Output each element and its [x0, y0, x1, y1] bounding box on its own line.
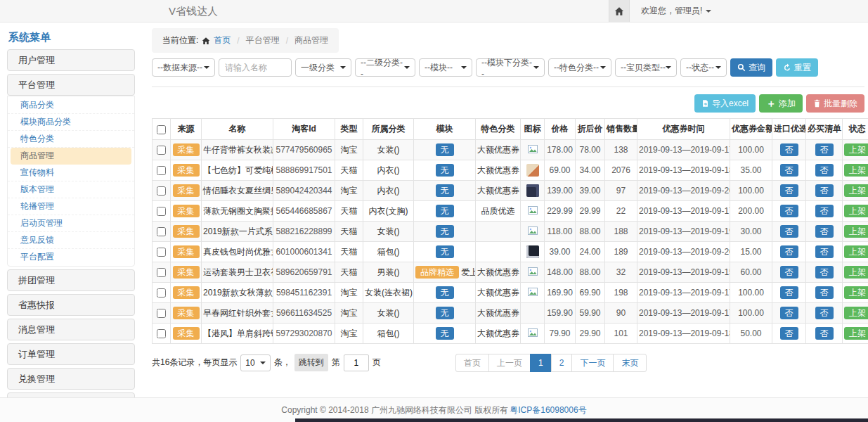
welcome-text: 欢迎您，管理员! [641, 5, 702, 17]
sidebar-section[interactable]: 省惠快报 [7, 294, 135, 316]
sidebar-section[interactable]: 结算管理 [7, 392, 135, 397]
cell-category: 内衣() [363, 160, 414, 181]
status-badge[interactable]: 上架 [844, 286, 868, 299]
cell-coupon-time: 2019-09-13—2019-09-20 [637, 181, 730, 201]
must-buy-badge[interactable]: 否 [815, 266, 834, 279]
row-checkbox[interactable] [157, 268, 166, 277]
import-excel-button[interactable]: 导入excel [694, 94, 756, 113]
import-select-badge[interactable]: 否 [780, 205, 798, 217]
cell-price: 159.90 [545, 303, 576, 324]
cell-coupon-time: 2019-09-13—2019-09-17 [637, 283, 730, 303]
import-select-badge[interactable]: 否 [780, 164, 798, 177]
status-badge[interactable]: 上架 [844, 327, 868, 340]
cell-module: 无 [414, 283, 476, 303]
source-badge: 采集 [173, 205, 200, 217]
sidebar-item[interactable]: 模块商品分类 [8, 114, 134, 131]
import-select-badge[interactable]: 否 [780, 286, 798, 299]
sidebar-section[interactable]: 平台管理 [7, 74, 135, 96]
import-select-badge[interactable]: 否 [780, 245, 798, 258]
import-select-badge[interactable]: 否 [780, 225, 798, 238]
cell-coupon-amount: 100.00 [730, 283, 772, 303]
page-button[interactable]: 首页 [455, 354, 489, 372]
row-checkbox[interactable] [157, 227, 166, 236]
sidebar-item[interactable]: 宣传物料 [8, 165, 134, 181]
user-menu[interactable]: 欢迎您，管理员! [630, 5, 711, 17]
cell-status: 上架 [843, 262, 868, 283]
status-badge[interactable]: 上架 [844, 307, 868, 319]
status-badge[interactable]: 上架 [844, 266, 868, 279]
must-buy-badge[interactable]: 否 [815, 205, 834, 217]
must-buy-badge[interactable]: 否 [815, 225, 834, 238]
select-all-checkbox[interactable] [157, 125, 166, 134]
sidebar-item[interactable]: 商品分类 [8, 97, 134, 114]
sidebar-section[interactable]: 用户管理 [7, 49, 135, 71]
must-buy-badge[interactable]: 否 [815, 245, 834, 258]
icp-link[interactable]: 粤ICP备16098006号 [510, 404, 586, 416]
must-buy-badge[interactable]: 否 [815, 327, 834, 340]
row-checkbox[interactable] [157, 146, 166, 155]
page-button[interactable]: 1 [530, 354, 552, 372]
jump-page-input[interactable] [344, 354, 369, 371]
sidebar-section[interactable]: 兑换管理 [7, 368, 135, 390]
import-select-badge[interactable]: 否 [780, 143, 798, 156]
page-button[interactable]: 上一页 [488, 354, 531, 372]
sidebar-section[interactable]: 订单管理 [7, 343, 135, 365]
name-search-input[interactable] [219, 58, 292, 77]
import-select-badge[interactable]: 否 [780, 266, 798, 279]
sidebar-item[interactable]: 轮播管理 [8, 198, 134, 215]
filter-select[interactable]: --二级分类-- [355, 58, 415, 77]
must-buy-badge[interactable]: 否 [815, 286, 834, 299]
cell-feature: 大额优惠券 [476, 160, 521, 181]
import-select-badge[interactable]: 否 [780, 184, 798, 197]
sidebar-section[interactable]: 拼团管理 [7, 269, 135, 291]
row-checkbox[interactable] [157, 288, 166, 298]
sidebar-item[interactable]: 特色分类 [8, 131, 134, 148]
jump-to-button[interactable]: 跳转到 [294, 354, 328, 371]
sidebar-item[interactable]: 版本管理 [8, 181, 134, 198]
must-buy-badge[interactable]: 否 [815, 143, 834, 156]
status-badge[interactable]: 上架 [844, 245, 868, 258]
row-checkbox[interactable] [157, 186, 166, 196]
status-badge[interactable]: 上架 [844, 205, 868, 217]
status-badge[interactable]: 上架 [844, 164, 868, 177]
search-button[interactable]: 查询 [730, 58, 772, 77]
filter-select[interactable]: --宝贝类型-- [615, 58, 677, 77]
batch-delete-button[interactable]: 批量删除 [806, 94, 864, 113]
sidebar-section[interactable]: 消息管理 [7, 319, 135, 340]
row-checkbox[interactable] [157, 329, 166, 338]
reset-button[interactable]: 重置 [776, 58, 818, 77]
page-button[interactable]: 2 [551, 354, 573, 372]
filter-select[interactable]: 一级分类 [295, 58, 351, 77]
must-buy-badge[interactable]: 否 [815, 184, 834, 197]
sidebar-item[interactable]: 商品管理 [11, 148, 131, 165]
filter-select[interactable]: --状态-- [680, 58, 727, 77]
table-panel: 导入excel ＋ 添加 批量删除 [152, 87, 864, 375]
must-buy-badge[interactable]: 否 [815, 164, 834, 177]
status-badge[interactable]: 上架 [844, 184, 868, 197]
sidebar-item[interactable]: 平台配置 [8, 249, 134, 265]
filter-select-data-source[interactable]: --数据来源-- [152, 58, 215, 77]
row-checkbox[interactable] [157, 207, 166, 216]
home-button[interactable] [609, 0, 630, 22]
filter-select[interactable]: --特色分类-- [548, 58, 611, 77]
cell-checkbox [153, 242, 171, 262]
status-badge[interactable]: 上架 [844, 143, 868, 156]
row-checkbox[interactable] [157, 309, 166, 318]
add-button[interactable]: ＋ 添加 [759, 94, 803, 113]
sidebar-item[interactable]: 意见反馈 [8, 232, 134, 249]
row-checkbox[interactable] [157, 248, 166, 257]
must-buy-badge[interactable]: 否 [815, 307, 834, 319]
page-size-select[interactable]: 10 [240, 354, 270, 371]
page-button[interactable]: 末页 [613, 354, 647, 372]
cell-module: 品牌精选爱上运动 [414, 262, 476, 283]
cell-status: 上架 [843, 324, 868, 344]
breadcrumb-home-link[interactable]: 首页 [214, 34, 231, 46]
status-badge[interactable]: 上架 [844, 225, 868, 238]
import-select-badge[interactable]: 否 [780, 327, 798, 340]
page-button[interactable]: 下一页 [571, 354, 614, 372]
sidebar-item[interactable]: 启动页管理 [8, 215, 134, 232]
filter-select[interactable]: --模块-- [419, 58, 472, 77]
filter-select[interactable]: --模块下分类-- [476, 58, 545, 77]
row-checkbox[interactable] [157, 166, 166, 175]
import-select-badge[interactable]: 否 [780, 307, 798, 319]
